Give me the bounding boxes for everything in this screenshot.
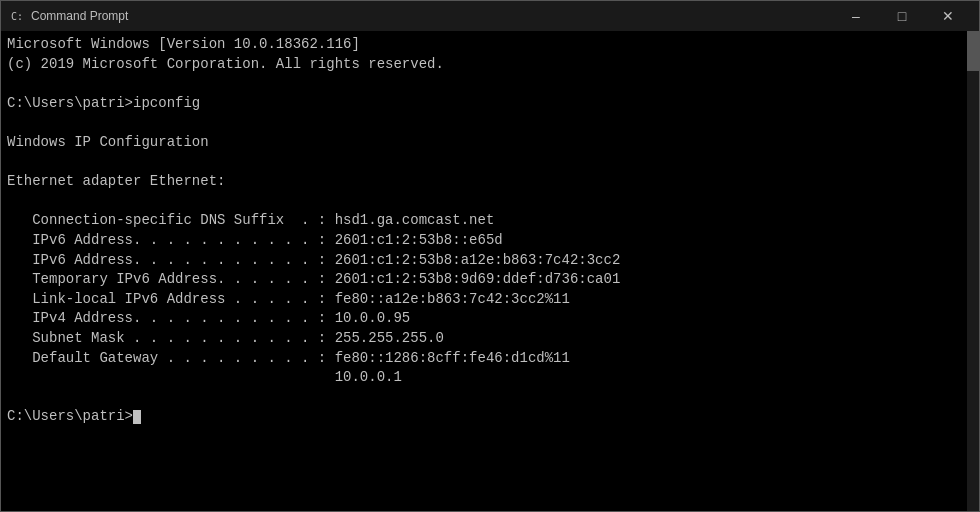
window-controls: – □ ✕ (833, 1, 971, 31)
command-prompt-window: C: Command Prompt – □ ✕ Microsoft Window… (0, 0, 980, 512)
minimize-button[interactable]: – (833, 1, 879, 31)
svg-text:C:: C: (11, 11, 23, 22)
console-area[interactable]: Microsoft Windows [Version 10.0.18362.11… (1, 31, 979, 511)
console-output: Microsoft Windows [Version 10.0.18362.11… (7, 35, 973, 427)
scrollbar-thumb[interactable] (967, 31, 979, 71)
close-button[interactable]: ✕ (925, 1, 971, 31)
app-icon: C: (9, 8, 25, 24)
title-bar: C: Command Prompt – □ ✕ (1, 1, 979, 31)
text-cursor (133, 410, 141, 424)
scrollbar[interactable] (967, 31, 979, 511)
window-title: Command Prompt (31, 9, 833, 23)
maximize-button[interactable]: □ (879, 1, 925, 31)
